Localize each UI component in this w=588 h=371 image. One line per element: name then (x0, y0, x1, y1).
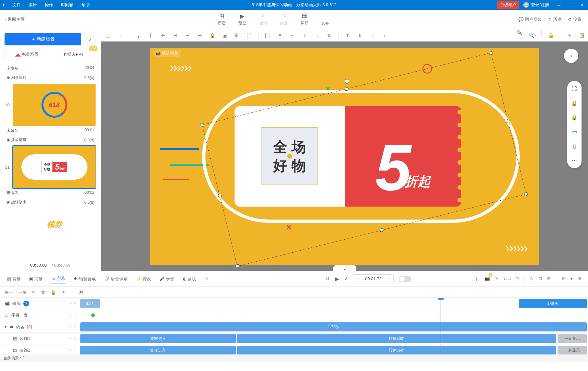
tool-camera[interactable]: 📷V (485, 276, 490, 282)
delete-icon[interactable]: 🗑 (234, 33, 240, 38)
tool-trim[interactable]: ⊏⊐ (504, 276, 511, 282)
tl-delete[interactable]: 🗑 (41, 290, 45, 295)
paste-icon[interactable]: 📋 (578, 30, 585, 41)
layer-front-icon[interactable]: ⬆ (344, 33, 351, 38)
settings-button[interactable]: ⚙设置 (568, 17, 582, 22)
layer-back-icon[interactable]: ⬇ (357, 33, 363, 38)
tab-tts[interactable]: 🗣 语音合成 (73, 275, 97, 283)
tab-more[interactable]: ⊖ (204, 275, 209, 282)
menu-timeline[interactable]: 时间轴 (57, 0, 77, 10)
display-icon[interactable]: ▭ (570, 128, 579, 136)
rotation-handle[interactable] (344, 78, 350, 84)
history-button[interactable]: ↻历史 (548, 17, 561, 22)
tool-zoom-out[interactable]: ⊖ (561, 276, 565, 282)
unlock-icon[interactable]: 🔓 (548, 30, 554, 41)
dot-btn[interactable]: • (70, 348, 71, 353)
camera-1-block[interactable]: 1 镜头 (519, 299, 587, 308)
resize-handle-nw[interactable] (200, 123, 204, 127)
dot-btn[interactable]: • (74, 301, 76, 306)
locked-icon[interactable]: 🔒 (570, 99, 579, 107)
time-decrease[interactable]: − (353, 275, 362, 283)
collapse-canvas-button[interactable]: ⌄ (333, 265, 356, 271)
dot-btn[interactable]: • (74, 313, 76, 317)
tab-subtitle[interactable]: ㏄ 字幕 (51, 274, 66, 283)
content-track[interactable]: 1.72秒 (80, 321, 588, 332)
decor1-track[interactable]: 旋转进入 转体360° 一直显示 (80, 333, 588, 344)
feedback-button[interactable]: 💬用户反馈 (518, 17, 542, 22)
tool-edit[interactable]: ✎ (495, 276, 499, 282)
transition-row[interactable]: ◉扇形旋转 0.5(s) (5, 72, 96, 83)
keyframe-diamond[interactable] (91, 313, 95, 317)
tool-zoom-slider[interactable]: ● (570, 276, 573, 282)
dot-btn[interactable]: • (74, 336, 76, 341)
space-h-icon[interactable]: ↔ (289, 33, 295, 38)
tab-fx[interactable]: ✨ 特效 (135, 275, 152, 283)
space-v-icon[interactable]: ↕ (301, 33, 308, 38)
tab-mask[interactable]: ◐ 蒙版 (182, 275, 197, 283)
crop-icon[interactable]: ⛶ (246, 33, 252, 38)
tool-zoom-in[interactable]: ⊕ (578, 276, 582, 282)
new-scene-button[interactable]: ＋ 新建场景 (5, 33, 81, 45)
menu-file[interactable]: 文件 (8, 0, 25, 10)
group-icon[interactable]: ▣ (221, 33, 228, 38)
align-bottom-icon[interactable]: ⭳ (135, 33, 142, 38)
tool-fit[interactable]: [·] (476, 276, 479, 282)
menu-help[interactable]: 帮助 (77, 0, 94, 10)
layer-down-icon[interactable]: ↓ (381, 33, 388, 38)
scene-thumbnail-selected[interactable]: 全场好物 5折起 (12, 145, 96, 189)
transition-row[interactable]: ◉旋转淡出 0.5(s) (5, 197, 96, 208)
camera-track[interactable]: 默认 1 镜头 (80, 298, 588, 309)
camera-default-block[interactable]: 默认 (80, 299, 100, 308)
toggle-switch[interactable] (399, 276, 411, 282)
rotate-in-block[interactable]: 旋转进入 (80, 346, 236, 354)
resize-handle-sw[interactable] (235, 264, 239, 268)
copy-icon[interactable]: ⎘ (566, 30, 572, 41)
playhead[interactable] (441, 298, 441, 354)
more-icon[interactable]: ⋯ (570, 156, 579, 164)
scene-thumbnail[interactable]: 领券 (12, 208, 96, 241)
align-top-icon[interactable]: ⭱ (147, 33, 154, 38)
time-increase[interactable]: + (385, 275, 393, 283)
home-icon[interactable]: ⌂ (117, 33, 123, 38)
align-middle-icon[interactable]: ⧾ (160, 33, 166, 38)
canvas[interactable]: 📷 默认镜头 › › › › › › › › › › › › × × ▷ 全 场… (150, 48, 539, 265)
zoom-in-icon[interactable]: 🔍+ (517, 30, 523, 41)
scene-thumbnail[interactable]: 618 (12, 83, 96, 126)
import-ppt-button[interactable]: P 插入PPT VIP (52, 49, 97, 60)
subtitle-track[interactable] (80, 309, 588, 321)
tab-foreground[interactable]: ▣ 前景 (29, 275, 43, 283)
expand-button[interactable]: ⤢ (344, 276, 348, 281)
undo-button[interactable]: ↶撤销 (259, 13, 267, 26)
tl-add-left[interactable]: ⊕← (5, 290, 13, 295)
login-button[interactable]: 登录/注册 (519, 2, 553, 8)
resize-handle-ne[interactable] (489, 51, 493, 55)
expand-icon[interactable]: ▾ (5, 324, 7, 329)
align-center-icon[interactable]: ⊟ (172, 33, 179, 38)
flip-v-icon[interactable]: ⇅ (326, 33, 332, 38)
distribute-v-icon[interactable]: ≡ (277, 33, 283, 38)
rotate-360-block[interactable]: 转体360° (237, 346, 556, 354)
dot-btn[interactable]: • (70, 301, 71, 306)
preview-button[interactable]: ▶预览 (238, 13, 246, 26)
lock-icon[interactable]: 🔒 (209, 33, 215, 38)
tool-number[interactable]: ⊞ (547, 276, 551, 282)
tool-marker[interactable]: ⊡ (538, 276, 542, 282)
upgrade-button[interactable]: 升级账户 (497, 1, 519, 9)
redo-button[interactable]: ↷恢复 (280, 13, 288, 26)
align-right-icon[interactable]: ⇥ (197, 33, 203, 38)
resize-handle-se[interactable] (524, 192, 528, 196)
ai-scene-button[interactable]: ◢◣ 智能场景 (5, 49, 49, 60)
sound-float-button[interactable]: ♪ (564, 49, 578, 63)
minimize-button[interactable]: ─ (553, 0, 565, 10)
zoom-out-icon[interactable]: 🔍- (529, 30, 536, 41)
close-button[interactable]: ✕ (576, 0, 588, 10)
maximize-button[interactable]: ▢ (565, 0, 576, 10)
ticket-element[interactable]: 全 场 好 物 5 折起 (235, 106, 461, 207)
content-block[interactable]: 1.72秒 (80, 322, 587, 331)
tab-background[interactable]: ▨ 背景 (6, 275, 21, 283)
track-label-content[interactable]: ▾ 🖿 内容 [9] •• (0, 324, 80, 330)
tool-keyframe[interactable]: ◇ (530, 276, 533, 282)
tl-add-right[interactable]: →⊕ (18, 290, 27, 295)
align-left-icon[interactable]: ⇤ (184, 33, 191, 38)
back-home-button[interactable]: ‹ 返回主页 (0, 17, 30, 22)
